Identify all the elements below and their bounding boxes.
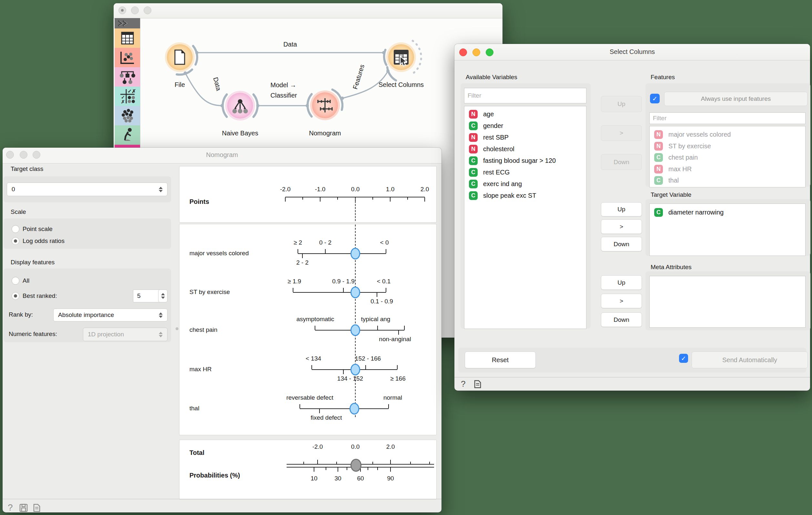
point-scale-label[interactable]: Point scale (23, 225, 53, 233)
node-select-columns[interactable] (386, 42, 416, 72)
report-icon[interactable] (33, 504, 41, 512)
list-item[interactable]: Cexerc ind ang (464, 178, 586, 190)
categorical-variable-icon: C (469, 168, 477, 177)
meta-attributes-label: Meta Attributes (650, 264, 692, 271)
toolbar-mining-category[interactable] (115, 125, 140, 145)
status-separator (3, 499, 441, 499)
best-ranked-label[interactable]: Best ranked: (23, 292, 57, 299)
close-button[interactable] (118, 6, 126, 14)
node-label-select-columns: Select Columns (379, 81, 424, 88)
scale-label: Scale (11, 208, 26, 216)
features-move-button[interactable]: > (601, 125, 642, 141)
point-scale-radio[interactable] (11, 225, 19, 233)
report-icon[interactable] (474, 380, 482, 388)
dialog-titlebar[interactable]: Select Columns (455, 44, 810, 60)
splitter-handle[interactable] (176, 327, 178, 330)
numeric-features-select[interactable]: 1D projection (83, 328, 168, 341)
list-item[interactable]: Cfasting blood sugar > 120 (464, 155, 586, 166)
list-item[interactable]: Cthal (650, 175, 805, 186)
node-nomogram[interactable] (310, 90, 340, 120)
list-item[interactable]: Nage (464, 108, 586, 120)
nomogram-window: Nomogram Target class 0 Scale Point scal… (3, 148, 441, 512)
features-up-button[interactable]: Up (601, 96, 642, 112)
node-naive-bayes[interactable] (225, 91, 255, 120)
categorical-variable-icon: C (469, 156, 477, 165)
send-automatically-checkbox[interactable]: ✓ (679, 354, 688, 363)
meta-move-button[interactable]: > (601, 294, 642, 308)
meta-up-button[interactable]: Up (601, 275, 642, 290)
numeric-variable-icon: N (469, 133, 477, 142)
help-icon[interactable]: ? (8, 503, 13, 513)
list-item[interactable]: Cdiameter narrowing (650, 207, 805, 218)
log-odds-label[interactable]: Log odds ratios (23, 238, 64, 245)
target-class-select[interactable]: 0 (7, 183, 168, 196)
save-report-icon[interactable] (19, 504, 28, 512)
scatter-plot-icon (115, 48, 140, 67)
target-class-label: Target class (11, 165, 43, 172)
status-separator (455, 377, 810, 377)
select-columns-dialog: Select Columns Available Variables NageC… (455, 44, 810, 390)
target-up-button[interactable]: Up (601, 202, 642, 216)
list-item[interactable]: Cslope peak exc ST (464, 190, 586, 201)
nomogram-titlebar[interactable]: Nomogram (3, 148, 441, 163)
variable-label: slope peak exc ST (483, 192, 536, 199)
variable-label: rest ECG (483, 169, 510, 176)
list-item[interactable]: Nmax HR (650, 163, 805, 175)
variable-label: rest SBP (483, 134, 509, 141)
toolbar-expand-button[interactable] (115, 18, 140, 28)
rank-by-label: Rank by: (9, 311, 33, 318)
toolbar-unsupervised-category[interactable] (115, 106, 140, 125)
list-item[interactable]: Ncholesterol (464, 143, 586, 155)
send-automatically-button[interactable]: Send Automatically (692, 352, 808, 368)
features-list[interactable]: Nmajor vessels coloredNST by exerciseCch… (649, 126, 806, 187)
toolbar-visualize-category[interactable] (115, 48, 140, 67)
list-item[interactable]: NST by exercise (650, 140, 805, 152)
available-filter-input[interactable] (464, 88, 586, 103)
features-filter-input[interactable] (649, 112, 806, 124)
link-label-data-top: Data (283, 41, 297, 48)
best-ranked-radio[interactable] (11, 292, 19, 300)
toolbar-model-category[interactable] (115, 67, 140, 87)
best-ranked-stepper[interactable] (158, 290, 168, 302)
always-use-checkbox[interactable]: ✓ (650, 94, 660, 103)
log-odds-radio[interactable] (11, 237, 19, 245)
best-ranked-spinbox[interactable]: 5 (133, 290, 160, 302)
workflow-titlebar[interactable] (114, 3, 502, 19)
help-icon[interactable]: ? (461, 379, 465, 389)
available-variables-label: Available Variables (466, 74, 517, 81)
toolbar-data-category[interactable] (115, 28, 140, 48)
list-item[interactable]: Cchest pain (650, 152, 805, 163)
best-ranked-value: 5 (137, 292, 141, 299)
list-item[interactable]: Nmajor vessels colored (650, 129, 805, 140)
step-up-icon[interactable] (161, 293, 165, 295)
numeric-variable-icon: N (654, 130, 663, 139)
link-label-features: Features (351, 64, 366, 90)
rank-by-select[interactable]: Absolute importance (53, 308, 168, 322)
always-use-button[interactable]: Always use input features (664, 92, 808, 106)
variable-label: exerc ind ang (483, 180, 522, 188)
step-down-icon[interactable] (161, 297, 165, 299)
target-variable-list[interactable]: Cdiameter narrowing (649, 204, 806, 256)
all-label[interactable]: All (23, 277, 29, 284)
minimize-button[interactable] (131, 6, 139, 14)
meta-attributes-list[interactable] (649, 276, 806, 328)
features-down-button[interactable]: Down (601, 154, 642, 170)
svg-text:✗: ✗ (132, 88, 136, 94)
reset-button[interactable]: Reset (465, 352, 536, 368)
toolbar-evaluate-category[interactable]: ✓ ✗ ✓ ✗ (115, 87, 140, 106)
list-item[interactable]: Nrest SBP (464, 132, 586, 143)
categorical-variable-icon: C (654, 208, 663, 217)
target-down-button[interactable]: Down (601, 237, 642, 251)
node-file[interactable] (165, 42, 195, 72)
node-label-file: File (175, 81, 185, 88)
chevron-updown-icon (159, 187, 163, 192)
variable-label: ST by exercise (668, 142, 711, 150)
target-move-button[interactable]: > (601, 219, 642, 234)
zoom-button[interactable] (144, 6, 151, 14)
link-label-data-side: Data (212, 76, 222, 91)
all-radio[interactable] (11, 277, 19, 284)
available-variables-list[interactable]: NageCgenderNrest SBPNcholesterolCfasting… (464, 106, 586, 329)
meta-down-button[interactable]: Down (601, 313, 642, 327)
list-item[interactable]: Crest ECG (464, 166, 586, 178)
list-item[interactable]: Cgender (464, 120, 586, 132)
